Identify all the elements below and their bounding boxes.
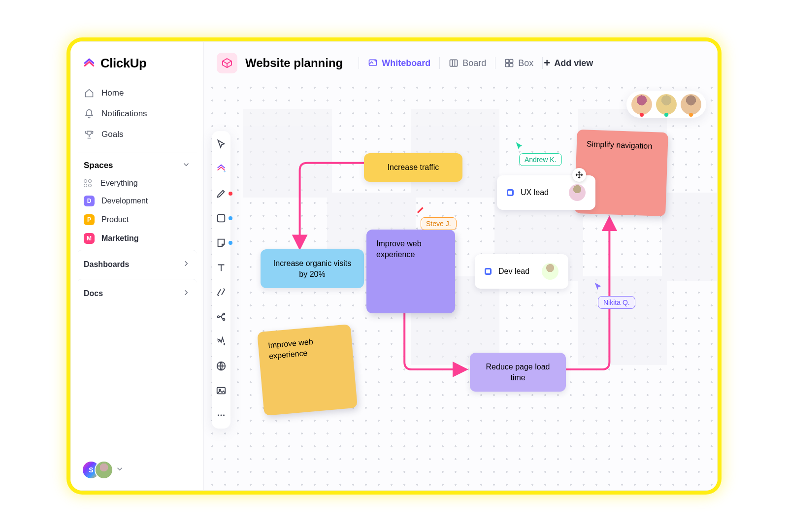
spaces-heading[interactable]: Spaces xyxy=(78,153,197,175)
svg-rect-5 xyxy=(510,64,513,67)
svg-point-16 xyxy=(223,415,225,416)
add-view-label: Add view xyxy=(554,58,593,68)
tool-ai[interactable] xyxy=(215,335,228,348)
main-area: Website planning Whiteboard Board Box xyxy=(204,42,717,490)
home-icon xyxy=(84,88,95,99)
whiteboard-icon xyxy=(368,58,378,68)
space-label: Marketing xyxy=(101,234,139,243)
note-text: Improve web experience xyxy=(376,239,422,259)
note-text: Reduce page load time xyxy=(486,363,550,382)
whiteboard-toolbar: + xyxy=(212,131,230,429)
note-improve-web-2[interactable]: Improve web experience xyxy=(257,324,358,416)
task-status-icon xyxy=(485,268,492,275)
avatar-icon xyxy=(631,94,652,115)
space-everything[interactable]: Everything xyxy=(78,175,197,192)
section-label: Dashboards xyxy=(84,260,129,269)
view-tabs: Whiteboard Board Box + Add view xyxy=(358,55,593,71)
cursor-icon xyxy=(593,281,604,292)
user-avatar-icon xyxy=(96,462,112,478)
avatar-icon xyxy=(681,94,701,115)
nav-notifications[interactable]: Notifications xyxy=(78,104,197,123)
user-cursor-tag-nikita: Nikita Q. xyxy=(598,296,635,309)
svg-rect-1 xyxy=(450,60,458,66)
move-handle-icon[interactable] xyxy=(572,168,586,182)
pen-cursor-icon xyxy=(416,205,426,217)
section-docs[interactable]: Docs xyxy=(78,279,197,308)
tool-web[interactable] xyxy=(215,360,228,372)
tool-text[interactable] xyxy=(215,261,228,274)
tool-mindmap[interactable] xyxy=(215,310,228,323)
svg-point-8 xyxy=(218,316,220,318)
nav-label: Goals xyxy=(101,130,123,139)
brand-name: ClickUp xyxy=(100,56,146,71)
app-window: ClickUp Home Notifications Goals Spaces … xyxy=(70,41,718,491)
svg-rect-7 xyxy=(218,215,225,222)
task-status-icon xyxy=(507,189,514,196)
note-text: Improve web experience xyxy=(268,337,314,360)
space-development[interactable]: D Development xyxy=(78,192,197,210)
note-increase-traffic[interactable]: Increase traffic xyxy=(364,153,462,182)
board-icon xyxy=(449,58,459,68)
svg-rect-3 xyxy=(510,60,513,63)
spaces-title: Spaces xyxy=(84,161,113,170)
tool-image[interactable] xyxy=(215,384,228,397)
tool-sticky[interactable] xyxy=(215,236,228,249)
tab-board[interactable]: Board xyxy=(441,55,494,71)
chevron-right-icon xyxy=(182,259,191,270)
add-view-button[interactable]: + Add view xyxy=(544,57,593,69)
tab-label: Whiteboard xyxy=(382,58,430,68)
tool-pointer[interactable] xyxy=(215,138,228,151)
space-letter-badge: P xyxy=(84,214,95,225)
svg-point-14 xyxy=(218,415,219,416)
space-marketing[interactable]: M Marketing xyxy=(78,229,197,248)
account-switcher[interactable]: S xyxy=(78,457,197,483)
space-label: Product xyxy=(101,215,129,224)
whiteboard-canvas[interactable]: .avatars .a:nth-child(1)::after{backgrou… xyxy=(204,84,717,490)
everything-grid-icon xyxy=(84,179,94,187)
avatar-icon xyxy=(656,94,677,115)
assignee-avatar-icon xyxy=(542,263,558,280)
note-improve-web-1[interactable]: Improve web experience xyxy=(366,230,455,313)
tool-pen[interactable] xyxy=(215,187,228,200)
tool-connector[interactable] xyxy=(215,286,228,299)
nav-label: Home xyxy=(101,88,124,98)
space-label: Development xyxy=(101,197,148,205)
assignee-avatar-icon xyxy=(569,184,586,201)
nav-goals[interactable]: Goals xyxy=(78,125,197,144)
collaborator-avatars[interactable]: .avatars .a:nth-child(1)::after{backgrou… xyxy=(626,91,706,118)
list-cube-icon[interactable] xyxy=(217,53,237,73)
list-title: Website planning xyxy=(245,56,343,70)
note-text: Simplify navigation xyxy=(587,140,653,151)
bell-icon xyxy=(84,108,95,119)
tab-label: Board xyxy=(462,58,486,68)
section-label: Docs xyxy=(84,289,103,298)
note-text: Increase traffic xyxy=(388,163,439,171)
chevron-down-icon xyxy=(115,465,124,475)
svg-point-10 xyxy=(223,319,225,321)
space-product[interactable]: P Product xyxy=(78,210,197,229)
section-dashboards[interactable]: Dashboards xyxy=(78,250,197,279)
chevron-down-icon xyxy=(182,160,191,171)
box-grid-icon xyxy=(504,58,514,68)
note-reduce-load[interactable]: Reduce page load time xyxy=(470,353,566,392)
chevron-right-icon xyxy=(182,288,191,299)
view-header: Website planning Whiteboard Board Box xyxy=(204,42,717,84)
tab-whiteboard[interactable]: Whiteboard xyxy=(360,55,438,71)
trophy-icon xyxy=(84,129,95,140)
brand-logo[interactable]: ClickUp xyxy=(78,56,197,84)
space-letter-badge: D xyxy=(84,196,95,206)
nav-home[interactable]: Home xyxy=(78,84,197,102)
svg-point-9 xyxy=(223,313,225,315)
tool-shape[interactable] xyxy=(215,212,228,225)
note-increase-organic[interactable]: Increase organic visits by 20% xyxy=(261,249,364,288)
sidebar: ClickUp Home Notifications Goals Spaces … xyxy=(71,42,204,490)
tool-clickup-shapes[interactable]: + xyxy=(215,163,228,175)
task-card-dev-lead[interactable]: Dev lead xyxy=(475,254,568,289)
tab-box[interactable]: Box xyxy=(496,55,541,71)
tool-more[interactable] xyxy=(215,409,228,422)
svg-point-15 xyxy=(221,415,222,416)
clickup-logo-icon xyxy=(83,57,96,70)
task-label: Dev lead xyxy=(498,267,529,276)
space-letter-badge: M xyxy=(84,233,95,244)
space-label: Everything xyxy=(100,179,138,188)
